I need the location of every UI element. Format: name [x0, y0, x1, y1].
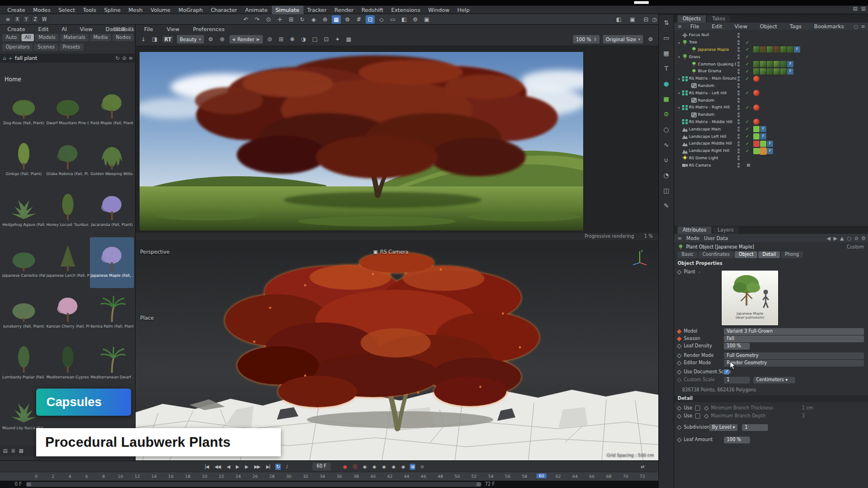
expand-arrow-icon[interactable]: ▾	[676, 106, 682, 110]
visibility-dots[interactable]	[737, 62, 740, 67]
season-dropdown[interactable]: Fall	[724, 336, 864, 342]
region-icon[interactable]: □	[311, 36, 319, 42]
next-key-icon[interactable]: ▶▶	[253, 464, 261, 470]
enabled-check-icon[interactable]: ✓	[745, 54, 749, 59]
material-thumb-icon[interactable]	[767, 68, 773, 75]
frame-tick-50[interactable]: 50	[454, 474, 460, 479]
key-pla-icon[interactable]: ◉	[400, 464, 406, 470]
min-branch-use-checkbox[interactable]	[695, 406, 700, 411]
enabled-check-icon[interactable]: ✓	[745, 62, 749, 67]
tab-attributes[interactable]: Attributes	[678, 226, 711, 234]
frame-tick-22[interactable]: 22	[219, 474, 224, 479]
menu-item-tracker[interactable]: Tracker	[303, 6, 331, 14]
visibility-dots[interactable]	[737, 69, 740, 74]
sound-icon[interactable]: ♪	[285, 464, 289, 470]
material-thumb-icon[interactable]	[774, 61, 780, 67]
key-scale-icon[interactable]: ◉	[371, 464, 377, 470]
star-icon[interactable]: ✦	[333, 36, 342, 42]
field-tag-icon[interactable]: F	[794, 46, 800, 53]
frame-tick-0[interactable]: 0	[35, 474, 38, 479]
asset-menu-view[interactable]: View	[76, 25, 97, 33]
live-selection-icon[interactable]: ⊙	[264, 15, 273, 24]
layers-icon[interactable]: ▦	[345, 36, 353, 42]
play-icon[interactable]: ▶	[235, 464, 240, 470]
frame-tick-10[interactable]: 10	[118, 474, 123, 479]
previous-frame-icon[interactable]: ◀	[225, 464, 231, 470]
field-tag-icon[interactable]: F	[760, 133, 766, 140]
scale-icon[interactable]: ⊞	[287, 15, 296, 24]
enabled-check-icon[interactable]: ✓	[745, 141, 749, 146]
spline-pen-icon[interactable]: ∿	[661, 140, 671, 150]
material-tag-icon[interactable]	[753, 76, 760, 82]
max-branch-use-checkbox[interactable]	[695, 413, 700, 419]
frame-tick-44[interactable]: 44	[404, 474, 410, 479]
panel-menu-icon[interactable]: ≡	[678, 236, 682, 241]
visibility-dots[interactable]	[737, 105, 740, 110]
frame-tick-24[interactable]: 24	[236, 474, 241, 479]
attr-tab-coordinates[interactable]: Coordinates	[698, 251, 734, 258]
object-row-japanese-maple[interactable]: Japanese Maple✓F	[674, 46, 868, 54]
frame-tick-54[interactable]: 54	[488, 474, 494, 479]
menu-item-simulate[interactable]: Simulate	[272, 6, 303, 14]
frame-tick-70[interactable]: 70	[623, 474, 628, 479]
sync-icon[interactable]: ↻	[115, 55, 120, 61]
magnify-icon[interactable]: ⊕	[218, 36, 227, 42]
enabled-check-icon[interactable]: ✓	[745, 40, 749, 45]
gear-icon[interactable]: ⚙	[861, 236, 866, 241]
attr-tab-detail[interactable]: Detail	[758, 251, 780, 258]
primitive-sphere-icon[interactable]: ○	[661, 125, 671, 134]
max-branch-value[interactable]: 3	[802, 413, 805, 419]
render-picture-viewer-icon[interactable]: ▣	[628, 15, 637, 24]
search-icon[interactable]: ○	[854, 24, 858, 29]
menu-item-animate[interactable]: Animate	[241, 6, 272, 14]
material-tag-icon[interactable]	[753, 104, 760, 111]
om-menu-file[interactable]: File	[687, 22, 704, 30]
redo-icon[interactable]: ↷	[253, 15, 262, 24]
field-tag-icon[interactable]: F	[767, 141, 773, 147]
object-row-rs-matrix-middle-hill[interactable]: RS Matrix - Middle Hill✓	[674, 119, 868, 126]
frame-tick-18[interactable]: 18	[185, 474, 190, 479]
visibility-dots[interactable]	[737, 90, 740, 95]
category-tab-operators[interactable]: Operators	[2, 43, 33, 51]
frame-tick-38[interactable]: 38	[353, 474, 359, 479]
object-row-rs-matrix-right-hill[interactable]: ▾RS Matrix - Right Hill✓	[674, 104, 868, 111]
mode-dropdown[interactable]: Mode	[687, 236, 700, 241]
fullscreen-icon[interactable]: ⊡	[322, 36, 331, 42]
camera-label[interactable]: ▣RS Camera	[373, 249, 409, 255]
redshift-icon[interactable]: ●	[661, 79, 671, 89]
render-settings-icon[interactable]: ⚙	[646, 36, 655, 42]
quantize-icon[interactable]: ⊡	[366, 15, 375, 24]
key-rotation-icon[interactable]: ◉	[381, 464, 387, 470]
tag-chip-icon[interactable]	[753, 141, 760, 147]
filter-tab-models[interactable]: Models	[35, 34, 59, 41]
autokey-icon[interactable]: Ⓐ	[351, 463, 358, 470]
object-row-rs-matrix-left-hill[interactable]: ▾RS Matrix - Left Hill✓	[674, 89, 868, 97]
om-menu-object[interactable]: Object	[756, 22, 781, 30]
axis-gizmo[interactable]: Y	[630, 248, 649, 267]
leaf-density-field[interactable]: 100 %	[724, 343, 750, 350]
tag-chip-icon[interactable]	[760, 141, 766, 147]
grid-view-icon[interactable]: ▤	[3, 448, 8, 454]
custom-scale-unit-dropdown[interactable]: Centimeters ▾	[753, 377, 795, 384]
custom-button[interactable]: Custom	[847, 245, 864, 250]
visibility-dots[interactable]	[737, 47, 740, 52]
asset-item-mediterranean-dwarf[interactable]: Mediterranean Dwarf ...	[90, 339, 134, 390]
up-icon[interactable]: ▲	[840, 236, 844, 241]
tag-chip-icon[interactable]	[753, 133, 760, 140]
expand-arrow-icon[interactable]: ▾	[676, 55, 682, 59]
camera-link-icon[interactable]: ⊠	[747, 163, 750, 168]
material-thumb-icon[interactable]	[774, 68, 780, 75]
frame-tick-34[interactable]: 34	[320, 474, 326, 479]
enabled-check-icon[interactable]: ✓	[745, 90, 749, 95]
subdivision-dropdown[interactable]: By Level ▾	[709, 424, 737, 431]
volume-icon[interactable]: ■	[661, 94, 671, 104]
move-icon[interactable]: ✛	[275, 15, 284, 24]
enabled-check-icon[interactable]: ✓	[745, 134, 749, 139]
range-slider[interactable]	[26, 482, 481, 487]
keyframe-snap-icon[interactable]: ⊞	[410, 464, 415, 470]
frame-tick-52[interactable]: 52	[471, 474, 477, 479]
previous-key-icon[interactable]: ◀◀	[214, 464, 222, 470]
frame-tick-60[interactable]: 60	[536, 473, 546, 478]
material-grid-icon[interactable]: ▦	[661, 49, 671, 58]
menu-item-select[interactable]: Select	[54, 6, 79, 14]
